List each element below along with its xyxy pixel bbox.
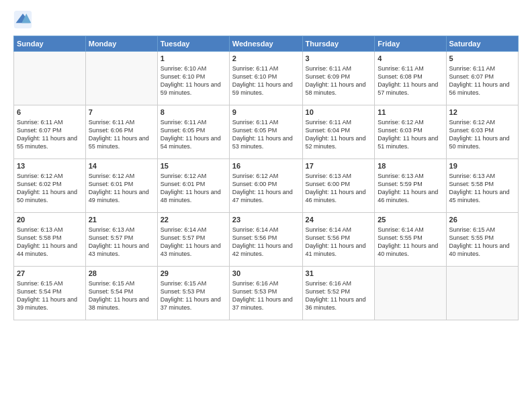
cell-info: Sunset: 6:07 PM [17,126,83,134]
day-number: 1 [161,54,226,64]
cell-info: Daylight: 11 hours and 39 minutes. [17,295,83,312]
cell-info: Daylight: 11 hours and 43 minutes. [89,242,154,258]
calendar-cell: 31Sunrise: 6:16 AMSunset: 5:52 PMDayligh… [302,267,375,320]
cell-info: Sunrise: 6:13 AM [17,226,83,234]
calendar-week-1: 1Sunrise: 6:10 AMSunset: 6:10 PMDaylight… [14,52,519,105]
calendar-week-2: 6Sunrise: 6:11 AMSunset: 6:07 PMDaylight… [14,105,519,159]
cell-info: Sunrise: 6:11 AM [449,64,515,73]
day-number: 17 [306,161,372,171]
calendar-cell: 19Sunrise: 6:13 AMSunset: 5:58 PMDayligh… [446,159,518,213]
header [13,10,519,29]
calendar-cell: 20Sunrise: 6:13 AMSunset: 5:58 PMDayligh… [14,213,86,267]
cell-info: Sunrise: 6:15 AM [89,279,154,287]
cell-info: Sunset: 6:00 PM [232,180,300,188]
cell-info: Sunrise: 6:13 AM [449,172,515,180]
cell-info: Sunrise: 6:13 AM [378,172,443,180]
calendar-cell [85,52,157,105]
day-number: 4 [378,54,443,64]
day-number: 3 [306,54,372,64]
cell-info: Daylight: 11 hours and 49 minutes. [89,188,154,204]
day-number: 18 [378,161,443,171]
cell-info: Sunset: 5:58 PM [17,234,83,242]
cell-info: Daylight: 11 hours and 53 minutes. [232,134,300,150]
cell-info: Daylight: 11 hours and 56 minutes. [449,81,515,97]
day-number: 30 [232,269,300,279]
cell-info: Sunset: 6:07 PM [449,73,515,81]
cell-info: Sunrise: 6:15 AM [161,279,226,287]
cell-info: Daylight: 11 hours and 54 minutes. [161,134,226,150]
day-number: 16 [232,161,300,171]
cell-info: Daylight: 11 hours and 59 minutes. [161,81,226,97]
cell-info: Sunrise: 6:12 AM [161,172,226,180]
calendar-cell [446,267,518,320]
cell-info: Sunset: 6:10 PM [161,73,226,81]
cell-info: Sunset: 5:55 PM [378,234,443,242]
day-number: 25 [378,215,443,225]
day-number: 29 [161,269,226,279]
day-number: 15 [161,161,226,171]
cell-info: Sunrise: 6:11 AM [378,64,443,73]
day-number: 31 [306,269,372,279]
cell-info: Daylight: 11 hours and 55 minutes. [17,134,83,150]
calendar-header-sunday: Sunday [14,36,86,52]
cell-info: Sunset: 6:06 PM [89,126,154,134]
cell-info: Daylight: 11 hours and 50 minutes. [449,134,515,150]
calendar-cell: 25Sunrise: 6:14 AMSunset: 5:55 PMDayligh… [375,213,446,267]
cell-info: Sunrise: 6:14 AM [232,226,300,234]
cell-info: Daylight: 11 hours and 51 minutes. [378,134,443,150]
cell-info: Daylight: 11 hours and 37 minutes. [161,295,226,312]
cell-info: Daylight: 11 hours and 40 minutes. [449,242,515,258]
calendar-cell [375,267,446,320]
cell-info: Sunset: 5:59 PM [378,180,443,188]
day-number: 19 [449,161,515,171]
calendar-header-saturday: Saturday [446,36,518,52]
cell-info: Sunrise: 6:11 AM [232,118,300,126]
calendar-cell: 11Sunrise: 6:12 AMSunset: 6:03 PMDayligh… [375,105,446,159]
cell-info: Sunrise: 6:12 AM [17,172,83,180]
calendar-cell: 3Sunrise: 6:11 AMSunset: 6:09 PMDaylight… [302,52,375,105]
cell-info: Daylight: 11 hours and 46 minutes. [306,188,372,204]
calendar-cell: 14Sunrise: 6:12 AMSunset: 6:01 PMDayligh… [85,159,157,213]
calendar-header-friday: Friday [375,36,446,52]
cell-info: Sunset: 5:52 PM [306,287,372,295]
calendar-cell: 30Sunrise: 6:16 AMSunset: 5:53 PMDayligh… [229,267,302,320]
cell-info: Sunset: 5:53 PM [232,287,300,295]
day-number: 20 [17,215,83,225]
cell-info: Sunrise: 6:13 AM [306,172,372,180]
day-number: 14 [89,161,154,171]
calendar-cell: 24Sunrise: 6:14 AMSunset: 5:56 PMDayligh… [302,213,375,267]
calendar-cell: 5Sunrise: 6:11 AMSunset: 6:07 PMDaylight… [446,52,518,105]
cell-info: Sunset: 6:00 PM [306,180,372,188]
day-number: 26 [449,215,515,225]
day-number: 5 [449,54,515,64]
cell-info: Sunset: 5:56 PM [306,234,372,242]
cell-info: Sunrise: 6:12 AM [232,172,300,180]
cell-info: Sunrise: 6:11 AM [306,64,372,73]
calendar-cell: 6Sunrise: 6:11 AMSunset: 6:07 PMDaylight… [14,105,86,159]
cell-info: Daylight: 11 hours and 43 minutes. [161,242,226,258]
cell-info: Sunset: 6:04 PM [306,126,372,134]
cell-info: Sunrise: 6:10 AM [161,64,226,73]
cell-info: Daylight: 11 hours and 40 minutes. [378,242,443,258]
day-number: 23 [232,215,300,225]
calendar-cell: 17Sunrise: 6:13 AMSunset: 6:00 PMDayligh… [302,159,375,213]
cell-info: Daylight: 11 hours and 41 minutes. [306,242,372,258]
calendar-cell: 27Sunrise: 6:15 AMSunset: 5:54 PMDayligh… [14,267,86,320]
day-number: 11 [378,107,443,118]
cell-info: Sunset: 6:10 PM [232,73,300,81]
logo-icon [13,10,32,29]
cell-info: Sunset: 5:54 PM [17,287,83,295]
cell-info: Sunset: 6:09 PM [306,73,372,81]
calendar-cell: 10Sunrise: 6:11 AMSunset: 6:04 PMDayligh… [302,105,375,159]
day-number: 2 [232,54,300,64]
cell-info: Daylight: 11 hours and 48 minutes. [161,188,226,204]
cell-info: Daylight: 11 hours and 55 minutes. [89,134,154,150]
calendar-header-tuesday: Tuesday [157,36,229,52]
calendar-header-row: SundayMondayTuesdayWednesdayThursdayFrid… [14,36,519,52]
cell-info: Sunrise: 6:15 AM [449,226,515,234]
calendar-cell: 1Sunrise: 6:10 AMSunset: 6:10 PMDaylight… [157,52,229,105]
cell-info: Sunset: 6:05 PM [232,126,300,134]
calendar-cell: 8Sunrise: 6:11 AMSunset: 6:05 PMDaylight… [157,105,229,159]
day-number: 28 [89,269,154,279]
cell-info: Sunrise: 6:14 AM [378,226,443,234]
